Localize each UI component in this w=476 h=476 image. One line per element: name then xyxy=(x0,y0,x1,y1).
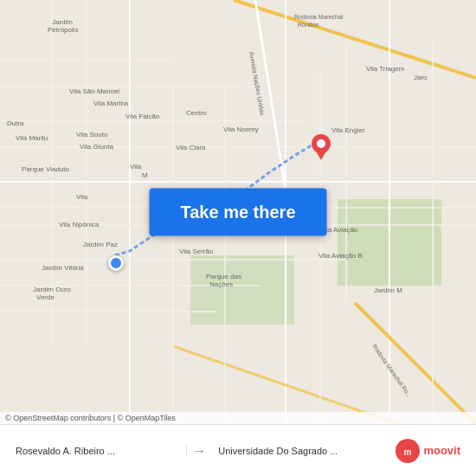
svg-text:Dutra: Dutra xyxy=(7,119,24,127)
svg-text:M: M xyxy=(142,171,148,179)
svg-text:Jardim: Jardim xyxy=(52,18,73,26)
bottom-navigation-bar: Rosevaldo A. Ribeiro ... → Universidade … xyxy=(0,424,476,476)
svg-point-65 xyxy=(317,139,325,148)
origin-location-dot xyxy=(108,255,124,271)
map-container: Jardim Petrópolis Dutra Vila São Manoel … xyxy=(0,0,476,424)
svg-text:Vila São Manoel: Vila São Manoel xyxy=(69,87,119,95)
svg-text:Vila Nipônica: Vila Nipônica xyxy=(59,221,100,228)
svg-text:Vila: Vila xyxy=(130,163,142,170)
arrow-icon: → xyxy=(187,443,211,459)
svg-text:Centro: Centro xyxy=(186,109,208,117)
destination-pin xyxy=(312,134,331,164)
svg-text:Jaro: Jaro xyxy=(414,74,428,81)
map-attribution: © OpenStreetMap contributors | © OpenMap… xyxy=(0,412,476,424)
svg-text:Vila Souto: Vila Souto xyxy=(76,131,108,138)
svg-text:Rodovia Marechal: Rodovia Marechal xyxy=(294,14,344,20)
svg-text:Verde: Verde xyxy=(36,293,55,301)
svg-text:Vila Aviação B: Vila Aviação B xyxy=(318,252,363,260)
svg-text:Jardim Vitória: Jardim Vitória xyxy=(42,264,84,272)
svg-text:Parque das: Parque das xyxy=(206,273,241,280)
moovit-logo: m moovit xyxy=(389,439,467,463)
moovit-text: moovit xyxy=(423,444,460,457)
svg-text:Vila Martha: Vila Martha xyxy=(93,100,129,107)
svg-text:Vila Giunta: Vila Giunta xyxy=(80,143,114,151)
svg-text:Vila Triagem: Vila Triagem xyxy=(366,65,405,73)
from-location-name: Rosevaldo A. Ribeiro ... xyxy=(16,446,179,456)
svg-rect-3 xyxy=(190,255,294,325)
take-me-there-button[interactable]: Take me there xyxy=(149,189,326,236)
svg-text:Jardim M: Jardim M xyxy=(374,286,402,294)
svg-text:Vila Clara: Vila Clara xyxy=(176,144,206,151)
from-section: Rosevaldo A. Ribeiro ... xyxy=(9,446,187,456)
to-location-name: Universidade Do Sagrado ... xyxy=(218,446,382,456)
svg-text:Vila Noemy: Vila Noemy xyxy=(223,125,259,133)
svg-text:Vila Serrão: Vila Serrão xyxy=(179,248,214,255)
svg-text:Rondon: Rondon xyxy=(298,22,319,28)
svg-text:Vila: Vila xyxy=(76,193,88,201)
svg-text:Jardim Ouro: Jardim Ouro xyxy=(33,286,72,293)
svg-text:Vila Engler: Vila Engler xyxy=(331,126,365,134)
to-section: Universidade Do Sagrado ... xyxy=(211,446,389,456)
svg-marker-64 xyxy=(315,150,327,160)
svg-text:Vila Marilu: Vila Marilu xyxy=(16,134,48,142)
svg-text:Petrópolis: Petrópolis xyxy=(48,26,79,34)
svg-text:Vila Falcão: Vila Falcão xyxy=(125,113,160,120)
svg-text:Nações: Nações xyxy=(209,280,233,288)
svg-text:Parque Viaduto: Parque Viaduto xyxy=(22,165,70,173)
svg-text:Jardim Paz: Jardim Paz xyxy=(83,241,118,248)
svg-text:m: m xyxy=(404,447,412,457)
